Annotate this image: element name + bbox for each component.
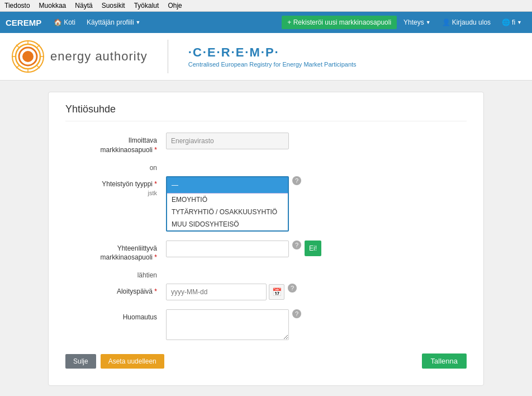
yhteenliittyva-row: Yhteenliittyvämarkkinaosapuoli * ? Ei! [65,241,467,263]
ilmoittava-row: Ilmoittavamarkkinaosapuoli * [65,133,467,155]
menu-muokkaa[interactable]: Muokkaa [39,2,66,10]
lahtien-label: lähtien [65,271,166,279]
profile-dropdown-arrow: ▼ [136,20,141,25]
logo-divider [168,40,168,73]
dropdown-option-muu[interactable]: MUU SIDOSYHTEISÖ [167,218,288,230]
yhteistyon-dropdown[interactable]: — EMOYHTIÖ TYTÄRYHTIÖ / OSAKKUUSYHTIÖ MU… [166,176,289,232]
yhteenliittyva-help-icon[interactable]: ? [292,241,301,249]
home-icon: 🏠 [54,18,62,26]
huomautus-textarea[interactable] [166,309,289,340]
yhteistyon-control: — EMOYHTIÖ TYTÄRYHTIÖ / OSAKKUUSYHTIÖ MU… [166,176,467,232]
lang-dropdown-arrow: ▼ [517,20,522,25]
nav-home[interactable]: 🏠 Koti [49,16,80,29]
calendar-icon[interactable]: 📅 [269,284,284,300]
energy-authority-logo [11,40,45,73]
nav-profile[interactable]: Käyttäjän profiili ▼ [82,16,145,29]
logo-left: energy authority [11,40,148,73]
logo-right: ·C·E·R·E·M·P· Centralised European Regis… [188,45,357,68]
yhteenliittyva-control: ? Ei! [166,241,467,257]
aloityspaiva-label: Aloityspäivä * [65,284,166,296]
on-label: on [65,164,166,172]
aloityspaiva-help-icon[interactable]: ? [288,284,297,293]
menu-suosikit[interactable]: Suosikit [102,2,125,10]
left-actions: Sulje Aseta uudelleen [65,354,164,369]
on-connector-row: on [65,164,467,172]
dropdown-selected[interactable]: — [167,177,288,193]
reset-button[interactable]: Aseta uudelleen [101,354,164,369]
globe-icon: 🌐 [502,18,510,26]
ilmoittava-input[interactable] [166,133,289,149]
contact-dropdown-arrow: ▼ [426,20,431,25]
form-card: Yhtiösuhde Ilmoittavamarkkinaosapuoli * … [48,92,484,386]
menu-nayta[interactable]: Näytä [75,2,92,10]
aloityspaiva-input[interactable] [166,284,267,300]
svg-point-3 [22,51,34,62]
brand-label: CEREMP [6,18,41,27]
menu-tyokalut[interactable]: Työkalut [134,2,159,10]
ceremp-subtitle: Centralised European Registry for Energy… [188,61,357,68]
aloityspaiva-row: Aloityspäivä * 📅 ? [65,284,467,300]
huomautus-control: ? [166,309,467,340]
dropdown-option-emoyhtio[interactable]: EMOYHTIÖ [167,194,288,206]
nav-contact[interactable]: Yhteys ▼ [399,16,435,29]
huomautus-label: Huomautus [65,309,166,322]
top-navbar: CEREMP 🏠 Koti Käyttäjän profiili ▼ + Rek… [0,12,532,33]
ilmoittava-label: Ilmoittavamarkkinaosapuoli * [65,133,166,155]
yhteistyon-label: Yhteistyön tyyppi * jstk [65,176,166,199]
logo-text: energy authority [50,49,148,64]
form-actions: Sulje Aseta uudelleen Tallenna [65,353,467,369]
huomautus-help-icon[interactable]: ? [292,309,301,318]
nav-logout[interactable]: 👤 Kirjaudu ulos [438,16,495,29]
yhteenliittyva-input[interactable] [166,241,289,257]
browser-menu: Tiedosto Muokkaa Näytä Suosikit Työkalut… [0,0,532,12]
yhteenliittyva-label: Yhteenliittyvämarkkinaosapuoli * [65,241,166,263]
ceremp-title: ·C·E·R·E·M·P· [188,45,357,60]
date-input-wrapper: 📅 [166,284,284,300]
menu-tiedosto[interactable]: Tiedosto [4,2,30,10]
dropdown-open[interactable]: — EMOYHTIÖ TYTÄRYHTIÖ / OSAKKUUSYHTIÖ MU… [166,176,289,232]
yhteistyon-row: Yhteistyön tyyppi * jstk — EMOYHTIÖ TYTÄ… [65,176,467,232]
nav-register[interactable]: + Rekisteröi uusi markkinaosapuoli [282,16,397,29]
ilmoittava-control [166,133,467,149]
aloityspaiva-control: 📅 ? [166,284,467,300]
save-button[interactable]: Tallenna [422,353,467,369]
nav-lang[interactable]: 🌐 fi ▼ [497,16,526,29]
close-button[interactable]: Sulje [65,354,96,369]
logo-area: energy authority ·C·E·R·E·M·P· Centralis… [0,33,532,81]
menu-ohje[interactable]: Ohje [168,2,182,10]
ei-button[interactable]: Ei! [305,241,321,256]
form-title: Yhtiösuhde [65,103,467,121]
huomautus-row: Huomautus ? [65,309,467,340]
yhteistyon-help-icon[interactable]: ? [292,176,301,185]
dropdown-options: EMOYHTIÖ TYTÄRYHTIÖ / OSAKKUUSYHTIÖ MUU … [167,193,288,230]
main-content: Yhtiösuhde Ilmoittavamarkkinaosapuoli * … [0,81,532,396]
user-icon: 👤 [442,18,450,26]
lahtien-row: lähtien [65,271,467,279]
dropdown-option-tytaryhtio[interactable]: TYTÄRYHTIÖ / OSAKKUUSYHTIÖ [167,206,288,218]
